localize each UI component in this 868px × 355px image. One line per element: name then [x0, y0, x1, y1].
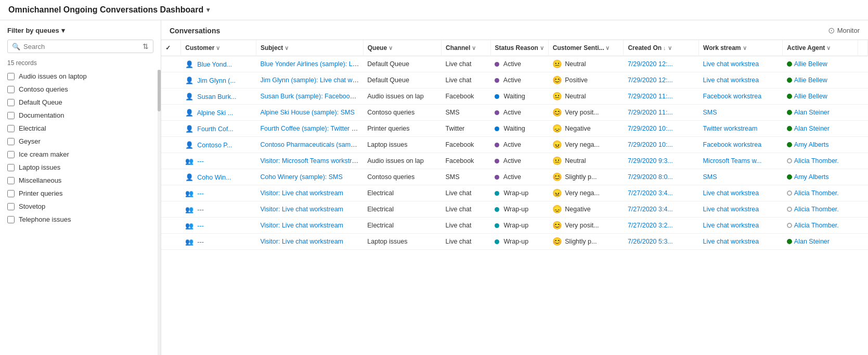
- workstream-text[interactable]: Microsoft Teams w...: [703, 157, 762, 164]
- col-header-subject[interactable]: Subject ∨: [256, 40, 363, 56]
- queue-item-miscellaneous[interactable]: Miscellaneous: [0, 174, 161, 187]
- customer-name[interactable]: Blue Yond...: [197, 61, 232, 68]
- workstream-text[interactable]: SMS: [703, 109, 717, 116]
- agent-name[interactable]: Amy Alberts: [794, 141, 829, 148]
- agent-name[interactable]: Alicia Thomber.: [794, 222, 839, 229]
- queue-item-default-queue[interactable]: Default Queue: [0, 96, 161, 109]
- customer-name[interactable]: ---: [197, 222, 204, 230]
- subject-text[interactable]: Contoso Pharmaceuticals (sample):: [260, 141, 363, 148]
- queue-checkbox-miscellaneous[interactable]: [7, 177, 15, 184]
- agent-name[interactable]: Alicia Thomber.: [794, 157, 839, 164]
- queue-item-audio-issues-on-laptop[interactable]: Audio issues on laptop: [0, 70, 161, 83]
- agent-name[interactable]: Amy Alberts: [794, 173, 829, 181]
- queue-item-printer-queries[interactable]: Printer queries: [0, 187, 161, 200]
- created-date[interactable]: 7/29/2020 8:0...: [628, 173, 673, 181]
- subject-text[interactable]: Susan Burk (sample): Facebook wor: [260, 93, 363, 100]
- agent-name[interactable]: Alicia Thomber.: [794, 189, 839, 197]
- created-date[interactable]: 7/29/2020 10:...: [628, 125, 673, 132]
- queue-checkbox-contoso-queries[interactable]: [7, 86, 15, 93]
- subject-text[interactable]: Visitor: Live chat workstream: [260, 206, 343, 213]
- subject-text[interactable]: Coho Winery (sample): SMS: [260, 173, 342, 181]
- customer-name[interactable]: ---: [197, 238, 204, 246]
- created-date[interactable]: 7/29/2020 9:3...: [628, 157, 673, 164]
- col-header-channel[interactable]: Channel ∨: [441, 40, 490, 56]
- customer-name[interactable]: ---: [197, 190, 204, 197]
- workstream-text[interactable]: Live chat workstrea: [703, 77, 759, 84]
- queue-item-laptop-issues[interactable]: Laptop issues: [0, 161, 161, 174]
- queue-checkbox-stovetop[interactable]: [7, 203, 15, 210]
- subject-text[interactable]: Visitor: Live chat workstream: [260, 189, 343, 197]
- queue-checkbox-default-queue[interactable]: [7, 99, 15, 106]
- customer-name[interactable]: Coho Win...: [197, 174, 231, 181]
- search-box[interactable]: 🔍 ⇅: [7, 40, 153, 53]
- queue-item-telephone-issues[interactable]: Telephone issues: [0, 213, 161, 226]
- created-date[interactable]: 7/29/2020 10:...: [628, 141, 673, 148]
- workstream-text[interactable]: Live chat workstrea: [703, 206, 759, 213]
- app-title[interactable]: Omnichannel Ongoing Conversations Dashbo…: [8, 5, 210, 15]
- workstream-text[interactable]: Facebook workstrea: [703, 141, 762, 148]
- col-header-customer[interactable]: Customer ∨: [181, 40, 256, 56]
- created-date[interactable]: 7/27/2020 3:2...: [628, 222, 673, 229]
- queue-checkbox-laptop-issues[interactable]: [7, 164, 15, 171]
- col-header-created[interactable]: Created On ↓ ∨: [624, 40, 699, 56]
- col-header-agent[interactable]: Active Agent ∨: [783, 40, 858, 56]
- queue-item-contoso-queries[interactable]: Contoso queries: [0, 83, 161, 96]
- subject-text[interactable]: Blue Yonder Airlines (sample): Live c: [260, 60, 363, 68]
- queue-checkbox-ice-cream-maker[interactable]: [7, 151, 15, 158]
- customer-name[interactable]: Alpine Ski ...: [197, 109, 233, 117]
- queue-item-geyser[interactable]: Geyser: [0, 135, 161, 148]
- queue-checkbox-electrical[interactable]: [7, 125, 15, 132]
- workstream-text[interactable]: Live chat workstrea: [703, 189, 759, 197]
- workstream-text[interactable]: Twitter workstream: [703, 125, 758, 132]
- queue-checkbox-telephone-issues[interactable]: [7, 216, 15, 223]
- subject-text[interactable]: Visitor: Live chat workstream: [260, 238, 343, 245]
- queue-checkbox-printer-queries[interactable]: [7, 190, 15, 197]
- subject-text[interactable]: Visitor: Live chat workstream: [260, 222, 343, 229]
- created-date[interactable]: 7/26/2020 5:3...: [628, 238, 673, 245]
- workstream-text[interactable]: SMS: [703, 173, 717, 181]
- customer-name[interactable]: Susan Burk...: [197, 93, 236, 100]
- workstream-text[interactable]: Live chat workstrea: [703, 238, 759, 245]
- agent-name[interactable]: Allie Bellew: [794, 77, 827, 84]
- col-header-sentiment[interactable]: Customer Senti... ∨: [548, 40, 624, 56]
- queue-item-stovetop[interactable]: Stovetop: [0, 200, 161, 213]
- customer-name[interactable]: ---: [197, 206, 204, 213]
- queue-item-ice-cream-maker[interactable]: Ice cream maker: [0, 148, 161, 161]
- customer-name[interactable]: Jim Glynn (...: [197, 77, 236, 84]
- customer-name[interactable]: Contoso P...: [197, 142, 232, 149]
- agent-name[interactable]: Alan Steiner: [794, 125, 830, 132]
- subject-text[interactable]: Fourth Coffee (sample): Twitter wor: [260, 125, 361, 132]
- workstream-text[interactable]: Live chat workstrea: [703, 60, 759, 68]
- created-date[interactable]: 7/29/2020 11:...: [628, 109, 673, 116]
- queue-checkbox-geyser[interactable]: [7, 138, 15, 145]
- customer-name[interactable]: ---: [197, 158, 204, 165]
- col-header-check[interactable]: ✓: [161, 40, 181, 56]
- customer-name[interactable]: Fourth Cof...: [197, 125, 233, 133]
- scrollbar-thumb[interactable]: [158, 70, 161, 111]
- created-date[interactable]: 7/27/2020 3:4...: [628, 189, 673, 197]
- created-date[interactable]: 7/29/2020 11:...: [628, 93, 673, 100]
- agent-name[interactable]: Alicia Thomber.: [794, 206, 839, 213]
- subject-text[interactable]: Visitor: Microsoft Teams workstrea: [260, 157, 359, 164]
- filter-by-queues-header[interactable]: Filter by queues ▾: [0, 27, 161, 40]
- monitor-button[interactable]: ⊙ Monitor: [828, 26, 860, 35]
- workstream-text[interactable]: Facebook workstrea: [703, 93, 762, 100]
- created-date[interactable]: 7/29/2020 12:...: [628, 77, 673, 84]
- agent-name[interactable]: Allie Bellew: [794, 93, 827, 100]
- created-date[interactable]: 7/29/2020 12:...: [628, 60, 673, 68]
- sort-icon[interactable]: ⇅: [142, 42, 149, 50]
- agent-name[interactable]: Alan Steiner: [794, 109, 830, 116]
- col-header-status[interactable]: Status Reason ∨: [490, 40, 548, 56]
- workstream-text[interactable]: Live chat workstrea: [703, 222, 759, 229]
- agent-name[interactable]: Alan Steiner: [794, 238, 830, 245]
- created-date[interactable]: 7/27/2020 3:4...: [628, 206, 673, 213]
- subject-text[interactable]: Jim Glynn (sample): Live chat works: [260, 77, 363, 84]
- col-header-queue[interactable]: Queue ∨: [363, 40, 441, 56]
- col-header-workstream[interactable]: Work stream ∨: [699, 40, 783, 56]
- queue-item-electrical[interactable]: Electrical: [0, 122, 161, 135]
- queue-checkbox-documentation[interactable]: [7, 112, 15, 119]
- agent-name[interactable]: Allie Bellew: [794, 60, 827, 68]
- queue-item-documentation[interactable]: Documentation: [0, 109, 161, 122]
- queue-checkbox-audio-issues-on-laptop[interactable]: [7, 73, 15, 80]
- search-input[interactable]: [23, 43, 142, 50]
